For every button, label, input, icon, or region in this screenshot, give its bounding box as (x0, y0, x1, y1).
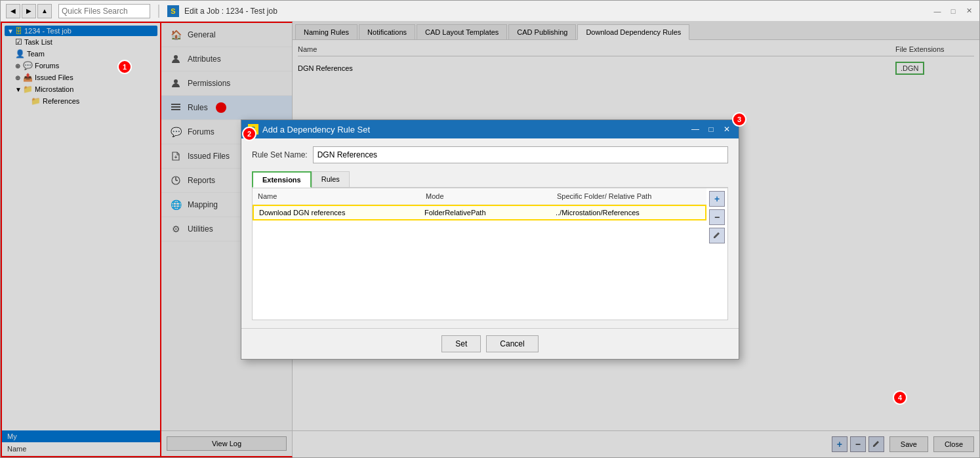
modal-footer: Set Cancel (241, 328, 739, 359)
rule-set-name-label: Rule Set Name: (252, 150, 308, 159)
modal-side-buttons: + − (706, 188, 727, 320)
app-icon: S (167, 5, 179, 17)
modal-tab-rules[interactable]: Rules (312, 171, 350, 187)
badge-1: 1 (117, 60, 132, 74)
title-bar: ◀ ▶ ▲ S Edit a Job : 1234 - Test job — □… (1, 1, 979, 22)
modal-title-bar: S Add a Dependency Rule Set — □ ✕ (241, 120, 739, 138)
badge-4: 4 (893, 390, 907, 405)
badge-2: 2 (242, 127, 256, 141)
title-bar-left: ◀ ▶ ▲ S Edit a Job : 1234 - Test job (6, 4, 277, 18)
modal-table-row[interactable]: Download DGN references FolderRelativePa… (253, 205, 706, 220)
modal-maximize-button[interactable]: □ (706, 124, 716, 135)
modal-col-path: Specific Folder/ Relative Path (557, 192, 701, 200)
modal-cancel-button[interactable]: Cancel (486, 335, 538, 352)
modal-edit-button[interactable] (709, 228, 725, 243)
modal-close-button[interactable]: ✕ (722, 124, 732, 135)
modal-remove-button[interactable]: − (709, 209, 725, 225)
window-title: Edit a Job : 1234 - Test job (184, 7, 277, 16)
modal-table-area: Name Mode Specific Folder/ Relative Path… (252, 188, 728, 320)
close-button[interactable]: ✕ (964, 6, 974, 16)
nav-forward-button[interactable]: ▶ (22, 4, 36, 18)
modal-title: Add a Dependency Rule Set (262, 125, 690, 135)
quick-search-input[interactable] (58, 4, 150, 18)
window-controls: — □ ✕ (932, 6, 974, 16)
modal-col-name: Name (258, 192, 426, 200)
modal-table-header: Name Mode Specific Folder/ Relative Path (253, 188, 706, 205)
modal-body: Rule Set Name: Extensions Rules Name (241, 138, 739, 328)
modal-tab-bar: Extensions Rules (252, 171, 728, 188)
modal-minimize-button[interactable]: — (690, 124, 701, 135)
modal-window-controls: — □ ✕ (690, 124, 732, 135)
minimize-button[interactable]: — (932, 6, 943, 16)
rule-set-name-input[interactable] (313, 146, 728, 163)
modal-dialog: S Add a Dependency Rule Set — □ ✕ Rule S… (241, 119, 739, 360)
badge-3: 3 (732, 112, 746, 127)
modal-table-content: Name Mode Specific Folder/ Relative Path… (253, 188, 706, 320)
main-window: ◀ ▶ ▲ S Edit a Job : 1234 - Test job — □… (0, 0, 980, 458)
modal-add-button[interactable]: + (709, 191, 725, 207)
modal-tab-extensions[interactable]: Extensions (252, 171, 312, 188)
modal-row-mode: FolderRelativePath (424, 209, 556, 217)
modal-set-button[interactable]: Set (441, 335, 481, 352)
nav-back-button[interactable]: ◀ (6, 4, 20, 18)
maximize-button[interactable]: □ (948, 6, 958, 16)
modal-row-name: Download DGN references (259, 209, 424, 217)
content-area: ▼ 🗄 1234 - Test job ☑ Task List 👤 Team ⊕… (1, 22, 979, 457)
modal-col-mode: Mode (426, 192, 557, 200)
rule-set-name-row: Rule Set Name: (252, 146, 728, 163)
nav-up-button[interactable]: ▲ (37, 4, 52, 18)
modal-overlay: S Add a Dependency Rule Set — □ ✕ Rule S… (1, 22, 979, 457)
modal-row-path: ../Microstation/References (556, 209, 700, 217)
